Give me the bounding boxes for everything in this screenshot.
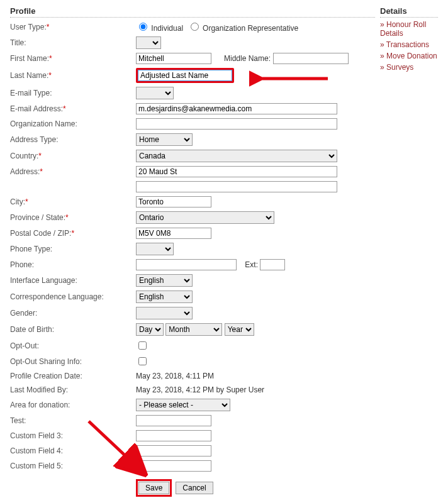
cancel-button[interactable]: Cancel xyxy=(176,482,213,494)
title-label: Title: xyxy=(10,38,136,47)
postal-label: Postal Code / ZIP: xyxy=(10,229,71,238)
created-date-label: Profile Creation Date: xyxy=(10,372,136,380)
save-button[interactable]: Save xyxy=(138,482,169,494)
last-name-label: Last Name: xyxy=(10,71,48,80)
gender-select[interactable] xyxy=(136,307,193,319)
phone-type-label: Phone Type: xyxy=(10,245,136,253)
last-modified-label: Last Modified By: xyxy=(10,385,136,394)
phone-type-select[interactable] xyxy=(136,243,174,255)
cf5-input[interactable] xyxy=(136,460,211,472)
user-type-label: User Type: xyxy=(10,23,47,31)
org-name-label: Organization Name: xyxy=(10,119,136,128)
ext-input[interactable] xyxy=(260,259,285,270)
country-label: Country: xyxy=(10,152,38,160)
opt-out-sharing-checkbox[interactable] xyxy=(138,357,147,365)
middle-name-input[interactable] xyxy=(273,53,349,64)
phone-input[interactable] xyxy=(136,259,237,270)
ext-label: Ext: xyxy=(245,260,258,269)
first-name-label: First Name: xyxy=(10,54,49,63)
dob-month-select[interactable]: Month xyxy=(165,323,222,336)
details-heading: Details xyxy=(380,6,438,18)
province-select[interactable]: Ontario xyxy=(136,211,274,224)
details-link[interactable]: Move Donation xyxy=(380,52,438,60)
donation-area-select[interactable]: - Please select - xyxy=(136,399,230,411)
address-label: Address: xyxy=(10,167,40,176)
postal-input[interactable] xyxy=(136,228,211,239)
donation-area-label: Area for donation: xyxy=(10,401,136,409)
interface-language-select[interactable]: English xyxy=(136,274,193,287)
last-name-input[interactable] xyxy=(138,70,232,81)
email-address-label: E-mail Address: xyxy=(10,104,63,113)
gender-label: Gender: xyxy=(10,309,136,318)
title-select[interactable] xyxy=(136,36,161,49)
test-label: Test: xyxy=(10,416,136,425)
user-type-individual[interactable]: Individual xyxy=(136,21,183,33)
middle-name-label: Middle Name: xyxy=(224,54,271,63)
correspondence-language-label: Correspondence Language: xyxy=(10,292,136,301)
address-line1-input[interactable] xyxy=(136,166,337,177)
opt-out-checkbox[interactable] xyxy=(138,341,147,350)
created-date-value: May 23, 2018, 4:11 PM xyxy=(136,372,214,380)
address-type-label: Address Type: xyxy=(10,135,136,144)
email-address-input[interactable] xyxy=(136,103,337,114)
org-name-input[interactable] xyxy=(136,118,337,130)
email-type-select[interactable] xyxy=(136,87,174,99)
opt-out-label: Opt-Out: xyxy=(10,341,136,350)
cf5-label: Custom Field 5: xyxy=(10,462,136,470)
cf3-label: Custom Field 3: xyxy=(10,431,136,440)
interface-language-label: Interface Language: xyxy=(10,276,136,285)
country-select[interactable]: Canada xyxy=(136,150,337,162)
details-link[interactable]: Honour Roll Details xyxy=(380,20,438,38)
details-link[interactable]: Transactions xyxy=(380,40,438,49)
cf4-input[interactable] xyxy=(136,445,211,456)
dob-year-select[interactable]: Year xyxy=(225,323,254,336)
phone-label: Phone: xyxy=(10,260,136,269)
email-type-label: E-mail Type: xyxy=(10,89,136,97)
cf3-input[interactable] xyxy=(136,430,211,441)
test-input[interactable] xyxy=(136,415,211,426)
city-input[interactable] xyxy=(136,196,211,208)
details-link[interactable]: Surveys xyxy=(380,63,438,72)
opt-out-sharing-label: Opt-Out Sharing Info: xyxy=(10,357,136,366)
address-type-select[interactable]: Home xyxy=(136,133,193,146)
user-type-org-rep[interactable]: Organization Representative xyxy=(188,21,298,33)
profile-heading: Profile xyxy=(10,6,375,18)
details-links-list: Honour Roll Details Transactions Move Do… xyxy=(380,20,438,72)
dob-day-select[interactable]: Day xyxy=(136,323,164,336)
last-modified-value: May 23, 2018, 4:12 PM by Super User xyxy=(136,385,264,394)
dob-label: Date of Birth: xyxy=(10,325,136,334)
address-line2-input[interactable] xyxy=(136,181,337,192)
cf4-label: Custom Field 4: xyxy=(10,446,136,455)
save-button-highlight: Save xyxy=(136,479,172,497)
city-label: City: xyxy=(10,197,25,206)
correspondence-language-select[interactable]: English xyxy=(136,290,193,303)
province-label: Province / State: xyxy=(10,213,65,222)
last-name-highlight xyxy=(136,68,234,83)
first-name-input[interactable] xyxy=(136,53,211,64)
